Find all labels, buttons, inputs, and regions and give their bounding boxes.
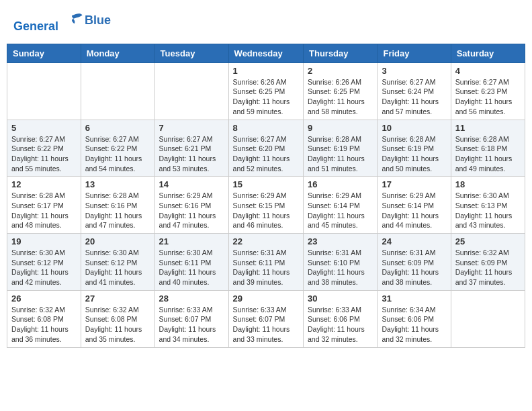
calendar-cell: 4Sunrise: 6:27 AM Sunset: 6:23 PM Daylig… — [451, 62, 525, 120]
day-info: Sunrise: 6:29 AM Sunset: 6:14 PM Dayligh… — [308, 191, 373, 230]
day-number: 31 — [382, 293, 446, 304]
calendar-cell: 23Sunrise: 6:31 AM Sunset: 6:10 PM Dayli… — [304, 234, 378, 291]
calendar-week-1: 1Sunrise: 6:26 AM Sunset: 6:25 PM Daylig… — [7, 62, 525, 120]
day-number: 17 — [382, 179, 446, 189]
calendar-cell: 14Sunrise: 6:29 AM Sunset: 6:16 PM Dayli… — [154, 177, 228, 234]
weekday-header-row: SundayMondayTuesdayWednesdayThursdayFrid… — [7, 44, 525, 62]
weekday-header-sunday: Sunday — [7, 44, 81, 62]
weekday-header-thursday: Thursday — [304, 44, 378, 62]
day-info: Sunrise: 6:28 AM Sunset: 6:19 PM Dayligh… — [382, 134, 446, 174]
day-info: Sunrise: 6:32 AM Sunset: 6:08 PM Dayligh… — [85, 305, 150, 345]
calendar-cell: 24Sunrise: 6:31 AM Sunset: 6:09 PM Dayli… — [378, 234, 451, 291]
day-info: Sunrise: 6:34 AM Sunset: 6:06 PM Dayligh… — [382, 305, 446, 345]
day-number: 1 — [233, 66, 299, 76]
day-number: 21 — [159, 236, 224, 246]
day-number: 25 — [455, 236, 521, 246]
day-info: Sunrise: 6:32 AM Sunset: 6:09 PM Dayligh… — [455, 248, 521, 287]
calendar-cell: 7Sunrise: 6:27 AM Sunset: 6:21 PM Daylig… — [154, 120, 228, 177]
calendar-cell: 16Sunrise: 6:29 AM Sunset: 6:14 PM Dayli… — [304, 177, 378, 234]
calendar-cell: 15Sunrise: 6:29 AM Sunset: 6:15 PM Dayli… — [228, 177, 303, 234]
calendar-week-4: 19Sunrise: 6:30 AM Sunset: 6:12 PM Dayli… — [7, 234, 525, 291]
calendar-cell: 19Sunrise: 6:30 AM Sunset: 6:12 PM Dayli… — [7, 234, 81, 291]
day-info: Sunrise: 6:31 AM Sunset: 6:09 PM Dayligh… — [382, 248, 446, 287]
calendar-cell: 29Sunrise: 6:33 AM Sunset: 6:07 PM Dayli… — [228, 290, 303, 347]
day-number: 12 — [11, 179, 77, 189]
weekday-header-tuesday: Tuesday — [154, 44, 228, 62]
day-number: 4 — [455, 66, 521, 76]
day-number: 30 — [308, 293, 373, 304]
day-number: 2 — [308, 66, 373, 76]
day-info: Sunrise: 6:29 AM Sunset: 6:16 PM Dayligh… — [159, 191, 224, 230]
calendar-cell: 28Sunrise: 6:33 AM Sunset: 6:07 PM Dayli… — [154, 290, 228, 347]
weekday-header-monday: Monday — [81, 44, 154, 62]
day-number: 24 — [382, 236, 446, 246]
calendar-cell: 6Sunrise: 6:27 AM Sunset: 6:22 PM Daylig… — [81, 120, 154, 177]
logo-text-blue: Blue — [85, 13, 111, 28]
calendar-table: SundayMondayTuesdayWednesdayThursdayFrid… — [7, 44, 525, 348]
day-number: 29 — [233, 293, 299, 304]
day-info: Sunrise: 6:33 AM Sunset: 6:07 PM Dayligh… — [159, 305, 224, 345]
day-info: Sunrise: 6:27 AM Sunset: 6:22 PM Dayligh… — [11, 134, 77, 174]
calendar-cell: 30Sunrise: 6:33 AM Sunset: 6:06 PM Dayli… — [304, 290, 378, 347]
day-info: Sunrise: 6:33 AM Sunset: 6:06 PM Dayligh… — [308, 305, 373, 345]
day-info: Sunrise: 6:26 AM Sunset: 6:25 PM Dayligh… — [233, 77, 299, 117]
calendar-week-3: 12Sunrise: 6:28 AM Sunset: 6:17 PM Dayli… — [7, 177, 525, 234]
weekday-header-wednesday: Wednesday — [228, 44, 303, 62]
day-info: Sunrise: 6:28 AM Sunset: 6:16 PM Dayligh… — [85, 191, 150, 230]
day-info: Sunrise: 6:27 AM Sunset: 6:20 PM Dayligh… — [233, 134, 299, 174]
day-info: Sunrise: 6:31 AM Sunset: 6:10 PM Dayligh… — [308, 248, 373, 287]
calendar-week-5: 26Sunrise: 6:32 AM Sunset: 6:08 PM Dayli… — [7, 290, 525, 347]
day-number: 28 — [159, 293, 224, 304]
day-number: 19 — [11, 236, 77, 246]
day-info: Sunrise: 6:30 AM Sunset: 6:12 PM Dayligh… — [85, 248, 150, 287]
calendar-cell: 13Sunrise: 6:28 AM Sunset: 6:16 PM Dayli… — [81, 177, 154, 234]
day-number: 5 — [11, 123, 77, 133]
calendar-cell: 12Sunrise: 6:28 AM Sunset: 6:17 PM Dayli… — [7, 177, 81, 234]
day-number: 10 — [382, 123, 446, 133]
day-info: Sunrise: 6:26 AM Sunset: 6:25 PM Dayligh… — [308, 77, 373, 117]
calendar-cell — [7, 62, 81, 120]
calendar-cell: 8Sunrise: 6:27 AM Sunset: 6:20 PM Daylig… — [228, 120, 303, 177]
day-number: 18 — [455, 179, 521, 189]
day-info: Sunrise: 6:31 AM Sunset: 6:11 PM Dayligh… — [233, 248, 299, 287]
day-info: Sunrise: 6:29 AM Sunset: 6:15 PM Dayligh… — [233, 191, 299, 230]
calendar-cell: 10Sunrise: 6:28 AM Sunset: 6:19 PM Dayli… — [378, 120, 451, 177]
day-number: 23 — [308, 236, 373, 246]
day-info: Sunrise: 6:27 AM Sunset: 6:21 PM Dayligh… — [159, 134, 224, 174]
logo-text-general: General — [13, 19, 58, 33]
calendar-cell: 20Sunrise: 6:30 AM Sunset: 6:12 PM Dayli… — [81, 234, 154, 291]
logo-bird-icon — [63, 10, 83, 30]
calendar-cell: 21Sunrise: 6:30 AM Sunset: 6:11 PM Dayli… — [154, 234, 228, 291]
day-number: 26 — [11, 293, 77, 304]
day-number: 7 — [159, 123, 224, 133]
weekday-header-friday: Friday — [378, 44, 451, 62]
day-info: Sunrise: 6:28 AM Sunset: 6:19 PM Dayligh… — [308, 134, 373, 174]
logo: General Blue — [13, 10, 111, 34]
calendar-cell — [81, 62, 154, 120]
day-info: Sunrise: 6:30 AM Sunset: 6:13 PM Dayligh… — [455, 191, 521, 230]
calendar-cell: 31Sunrise: 6:34 AM Sunset: 6:06 PM Dayli… — [378, 290, 451, 347]
calendar-cell: 9Sunrise: 6:28 AM Sunset: 6:19 PM Daylig… — [304, 120, 378, 177]
calendar-cell: 25Sunrise: 6:32 AM Sunset: 6:09 PM Dayli… — [451, 234, 525, 291]
day-info: Sunrise: 6:27 AM Sunset: 6:24 PM Dayligh… — [382, 77, 446, 117]
day-number: 13 — [85, 179, 150, 189]
day-number: 3 — [382, 66, 446, 76]
day-number: 9 — [308, 123, 373, 133]
day-info: Sunrise: 6:28 AM Sunset: 6:17 PM Dayligh… — [11, 191, 77, 230]
day-info: Sunrise: 6:29 AM Sunset: 6:14 PM Dayligh… — [382, 191, 446, 230]
day-info: Sunrise: 6:27 AM Sunset: 6:23 PM Dayligh… — [455, 77, 521, 117]
page-header: General Blue — [7, 7, 525, 37]
day-info: Sunrise: 6:32 AM Sunset: 6:08 PM Dayligh… — [11, 305, 77, 345]
calendar-cell — [154, 62, 228, 120]
calendar-cell: 22Sunrise: 6:31 AM Sunset: 6:11 PM Dayli… — [228, 234, 303, 291]
calendar-cell: 3Sunrise: 6:27 AM Sunset: 6:24 PM Daylig… — [378, 62, 451, 120]
day-info: Sunrise: 6:30 AM Sunset: 6:11 PM Dayligh… — [159, 248, 224, 287]
calendar-body: 1Sunrise: 6:26 AM Sunset: 6:25 PM Daylig… — [7, 62, 525, 347]
day-number: 16 — [308, 179, 373, 189]
calendar-cell: 26Sunrise: 6:32 AM Sunset: 6:08 PM Dayli… — [7, 290, 81, 347]
day-number: 6 — [85, 123, 150, 133]
calendar-cell: 27Sunrise: 6:32 AM Sunset: 6:08 PM Dayli… — [81, 290, 154, 347]
day-number: 20 — [85, 236, 150, 246]
calendar-cell: 17Sunrise: 6:29 AM Sunset: 6:14 PM Dayli… — [378, 177, 451, 234]
calendar-cell: 2Sunrise: 6:26 AM Sunset: 6:25 PM Daylig… — [304, 62, 378, 120]
